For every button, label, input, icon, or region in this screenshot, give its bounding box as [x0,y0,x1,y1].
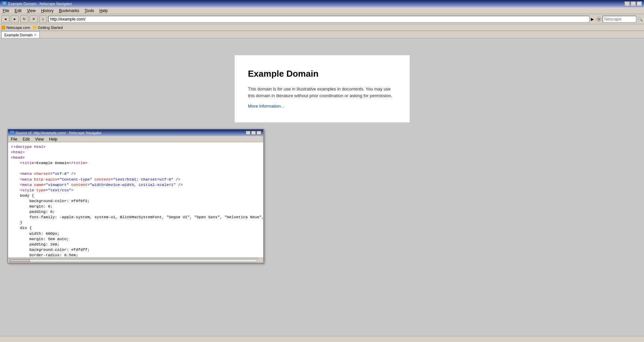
minimize-button[interactable]: _ [624,1,630,6]
netscape-icon: N [597,17,601,22]
maximize-button[interactable]: □ [631,1,636,6]
menu-file[interactable]: File [1,8,10,13]
source-menu-help[interactable]: Help [48,137,59,142]
source-window: Source of: http://example.com/ - Netscap… [7,129,264,263]
search-bar: N 🔍 [597,16,643,23]
menu-bar: File Edit View History Bookmarks Tools H… [0,7,644,14]
menu-view[interactable]: View [26,8,37,13]
source-code-area[interactable]: <!doctype html> <html> <head> <title>Exa… [8,142,263,258]
window-title: Example Domain - Netscape Navigator [8,2,72,6]
source-menu-view[interactable]: View [34,137,45,142]
folder-icon [33,26,37,29]
status-bar [0,336,644,342]
window-controls[interactable]: _ □ ✕ [624,1,642,6]
menu-tools[interactable]: Tools [83,8,95,13]
tab-example-domain[interactable]: Example Domain ✕ [1,31,40,38]
more-info-link[interactable]: More information... [248,104,284,109]
close-button[interactable]: ✕ [637,1,642,6]
search-input[interactable] [603,16,636,23]
bookmark-getting-started-label: Getting Started [38,26,63,30]
back-button[interactable]: ◄ [1,15,9,23]
forward-button[interactable]: ► [11,15,19,23]
reload-button[interactable]: ↻ [20,15,28,23]
stop-button[interactable]: ✕ [30,15,38,23]
tabs-bar: Example Domain ✕ [0,31,644,38]
search-icon[interactable]: 🔍 [638,17,643,22]
example-domain-card: Example Domain This domain is for use in… [235,55,410,122]
tab-label: Example Domain [4,33,33,37]
menu-help[interactable]: Help [98,8,109,13]
netscape-bookmark-icon [1,26,5,30]
title-bar: N Example Domain - Netscape Navigator _ … [0,0,644,7]
url-bar-container: ▶ [48,16,594,23]
home-button[interactable]: ⌂ [39,15,47,23]
page-description: This domain is for use in illustrative e… [248,86,396,99]
source-menu-bar: File Edit View Help [8,136,263,142]
source-window-title: Source of: http://example.com/ - Netscap… [15,131,102,135]
source-maximize-button[interactable]: □ [251,131,256,135]
source-menu-file[interactable]: File [9,137,19,142]
source-menu-edit[interactable]: Edit [21,137,31,142]
source-window-icon [10,131,14,135]
url-go-button[interactable]: ▶ [591,17,594,22]
bookmark-getting-started[interactable]: Getting Started [33,26,63,30]
menu-history[interactable]: History [40,8,55,13]
source-close-button[interactable]: ✕ [257,131,261,135]
source-window-controls[interactable]: _ □ ✕ [246,131,261,135]
source-scrollbar-container [8,258,263,263]
browser-icon: N [2,1,7,6]
page-title: Example Domain [248,69,396,79]
bookmark-netscape-label: Netscape.com [6,26,30,30]
source-scrollbar-thumb[interactable] [10,260,30,262]
menu-bookmarks[interactable]: Bookmarks [58,8,80,13]
bookmark-netscape[interactable]: Netscape.com [1,26,30,30]
source-horizontal-scrollbar[interactable] [8,258,259,263]
tab-close-button[interactable]: ✕ [34,33,37,37]
source-minimize-button[interactable]: _ [246,131,250,135]
source-title-bar: Source of: http://example.com/ - Netscap… [8,129,263,136]
source-scrollbar-corner [259,258,263,263]
nav-toolbar: ◄ ► ↻ ✕ ⌂ ▶ N 🔍 [0,14,644,24]
source-scrollbar-track[interactable] [9,259,257,262]
bookmarks-bar: Netscape.com Getting Started [0,24,644,31]
url-input[interactable] [48,16,589,23]
menu-edit[interactable]: Edit [13,8,23,13]
